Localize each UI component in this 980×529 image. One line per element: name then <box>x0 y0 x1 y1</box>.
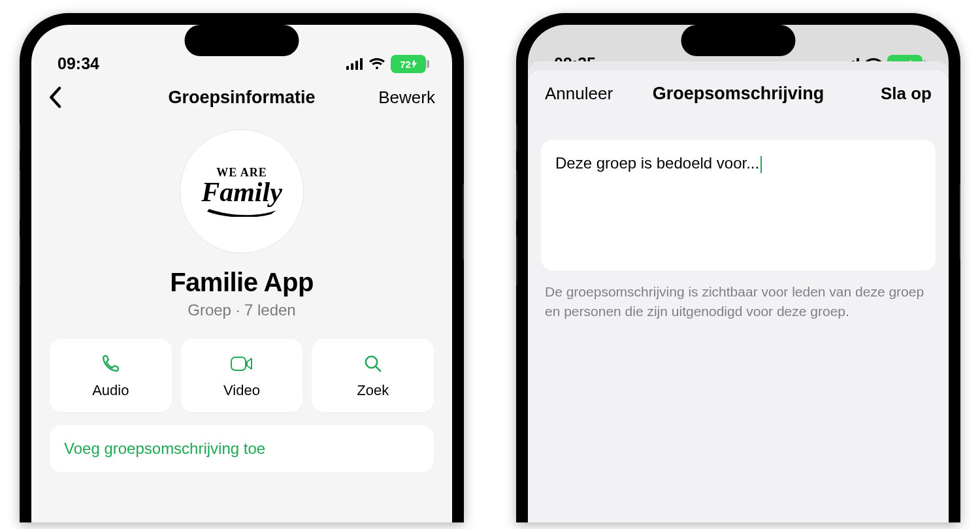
helper-text: De groepsomschrijving is zichtbaar voor … <box>545 282 932 322</box>
cancel-button[interactable]: Annuleer <box>545 84 623 104</box>
avatar-swoosh-icon <box>206 208 278 217</box>
group-avatar[interactable]: WE ARE Family <box>180 129 304 253</box>
screen-left: 09:34 72 Groepsinformatie Bewerk <box>31 25 452 522</box>
battery-icon: 72 <box>391 55 426 73</box>
svg-rect-3 <box>360 58 363 70</box>
group-subtitle: Groep · 7 leden <box>31 301 452 319</box>
back-button[interactable] <box>48 86 114 108</box>
battery-level: 72 <box>400 59 411 70</box>
search-icon <box>363 352 383 376</box>
audio-label: Audio <box>92 382 129 399</box>
svg-rect-4 <box>231 357 246 370</box>
video-icon <box>230 352 253 376</box>
video-call-button[interactable]: Video <box>181 339 303 412</box>
video-label: Video <box>223 382 260 399</box>
wifi-icon <box>368 57 385 71</box>
modal-nav: Annuleer Groepsomschrijving Sla op <box>528 71 949 116</box>
save-button[interactable]: Sla op <box>853 84 932 104</box>
notch <box>681 25 796 56</box>
text-cursor-icon <box>760 156 762 173</box>
screen-right: 09:35 72 Annuleer Groepsomschrijving Sla… <box>528 25 949 522</box>
status-time: 09:34 <box>57 54 99 73</box>
svg-rect-2 <box>355 61 358 70</box>
avatar-text-main: Family <box>201 180 282 206</box>
cellular-signal-icon <box>346 58 363 70</box>
search-label: Zoek <box>357 382 389 399</box>
svg-rect-0 <box>346 66 349 70</box>
phone-icon <box>100 352 121 376</box>
phone-right: 09:35 72 Annuleer Groepsomschrijving Sla… <box>516 13 960 522</box>
modal-sheet: Annuleer Groepsomschrijving Sla op Deze … <box>528 71 949 522</box>
search-button[interactable]: Zoek <box>312 339 434 412</box>
audio-call-button[interactable]: Audio <box>50 339 172 412</box>
svg-line-6 <box>376 366 380 371</box>
modal-title: Groepsomschrijving <box>653 84 825 104</box>
edit-button[interactable]: Bewerk <box>370 88 435 108</box>
group-name: Familie App <box>31 268 452 297</box>
add-description-label: Voeg groepsomschrijving toe <box>64 440 265 458</box>
page-title: Groepsinformatie <box>168 88 315 108</box>
notch <box>185 25 299 56</box>
description-textarea[interactable]: Deze groep is bedoeld voor... <box>541 140 936 270</box>
action-row: Audio Video Zoek <box>31 339 452 412</box>
description-text: Deze groep is bedoeld voor... <box>555 154 759 172</box>
add-group-description-button[interactable]: Voeg groepsomschrijving toe <box>50 425 434 472</box>
nav-bar: Groepsinformatie Bewerk <box>31 77 452 118</box>
phone-left: 09:34 72 Groepsinformatie Bewerk <box>20 13 464 522</box>
svg-rect-1 <box>351 63 353 70</box>
